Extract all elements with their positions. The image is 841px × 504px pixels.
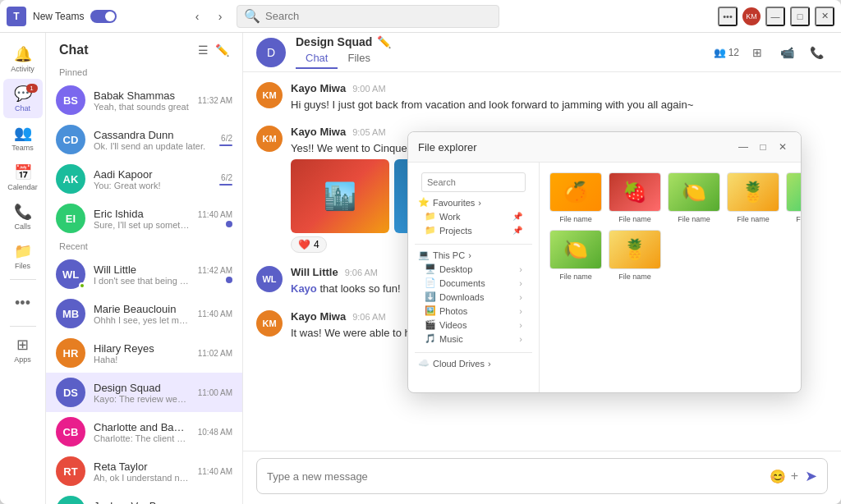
app-window: T New Teams ‹ › 🔍 ••• KM — □ ✕ 🔔 bbox=[0, 0, 841, 504]
fe-folder-downloads[interactable]: ⬇️ Downloads › bbox=[415, 290, 532, 304]
close-button[interactable]: ✕ bbox=[815, 7, 834, 26]
minimize-button[interactable]: — bbox=[765, 7, 785, 26]
chat-item-design-squad[interactable]: DS Design Squad Kayo: The review went re… bbox=[46, 373, 242, 412]
new-chat-button[interactable]: ✏️ bbox=[215, 44, 229, 57]
maximize-button[interactable]: □ bbox=[790, 7, 810, 26]
fe-folder-projects[interactable]: 📁 Projects 📌 bbox=[415, 223, 532, 237]
documents-icon: 📄 bbox=[425, 277, 436, 288]
chevron-downloads: › bbox=[519, 292, 522, 302]
sidebar-item-teams[interactable]: 👥 Teams bbox=[3, 118, 43, 158]
photos-icon: 🖼️ bbox=[425, 305, 436, 316]
main-content: 🔔 Activity 💬 1 Chat 👥 Teams 📅 Calendar 📞… bbox=[0, 33, 841, 504]
chat-item-will[interactable]: WL Will Little I don't see that being an… bbox=[46, 254, 242, 294]
tab-chat[interactable]: Chat bbox=[296, 48, 338, 69]
sidebar-item-apps[interactable]: ⊞ Apps bbox=[3, 330, 43, 369]
chat-item-cassandra[interactable]: CD Cassandra Dunn Ok. I'll send an updat… bbox=[46, 120, 242, 159]
fe-thispc-header[interactable]: 💻 This PC › bbox=[415, 248, 532, 262]
more-options-button[interactable]: ••• bbox=[718, 7, 738, 26]
chat-item-joshua[interactable]: JV Joshua VanBuren Thanks for reviewing!… bbox=[46, 491, 242, 504]
chat-item-hilary[interactable]: HR Hilary Reyes Haha! 11:02 AM bbox=[46, 333, 242, 373]
emoji-button[interactable]: 😊 bbox=[770, 469, 786, 484]
chat-item-reta[interactable]: RT Reta Taylor Ah, ok I understand now. … bbox=[46, 451, 242, 491]
sidebar-item-activity[interactable]: 🔔 Activity bbox=[3, 39, 43, 79]
app-title: New Teams bbox=[33, 11, 84, 22]
chat-item-eric[interactable]: EI Eric Ishida Sure, I'll set up somethi… bbox=[46, 199, 242, 238]
chat-info-will: Will Little I don't see that being an is… bbox=[94, 263, 190, 286]
fe-folder-videos[interactable]: 🎬 Videos › bbox=[415, 318, 532, 332]
sidebar-item-calls[interactable]: 📞 Calls bbox=[3, 197, 43, 236]
chat-info-charlotte: Charlotte and Babak Charlotte: The clien… bbox=[94, 421, 190, 443]
calls-icon: 📞 bbox=[14, 203, 32, 221]
mention-kayo: Kayo bbox=[291, 282, 317, 295]
chevron-icon: › bbox=[478, 198, 481, 208]
fe-folder-photos[interactable]: 🖼️ Photos › bbox=[415, 304, 532, 318]
search-input[interactable] bbox=[265, 10, 492, 22]
sidebar-item-files[interactable]: 📁 Files bbox=[3, 236, 43, 276]
sidebar-item-more[interactable]: ••• bbox=[3, 283, 43, 323]
fe-file-3[interactable]: 🍋 File name bbox=[668, 172, 720, 223]
back-button[interactable]: ‹ bbox=[187, 7, 207, 26]
avatar-babak: BS bbox=[56, 85, 85, 115]
nav-separator bbox=[10, 279, 36, 280]
avatar-kayo-4: KM bbox=[256, 310, 283, 337]
group-name: Design Squad bbox=[296, 35, 372, 48]
call-button[interactable]: 📞 bbox=[805, 41, 828, 64]
video-button[interactable]: 📹 bbox=[775, 41, 798, 64]
folder-icon-projects: 📁 bbox=[425, 225, 436, 236]
fe-favourites-header[interactable]: ⭐ Favourites › bbox=[415, 195, 532, 209]
new-teams-toggle[interactable] bbox=[90, 10, 117, 23]
pinned-label: Pinned bbox=[46, 64, 242, 80]
message-input[interactable] bbox=[267, 470, 763, 483]
msg-author-1: Kayo Miwa bbox=[291, 82, 346, 94]
edit-icon[interactable]: ✏️ bbox=[377, 35, 391, 48]
fe-file-8[interactable]: 🍍 File name bbox=[609, 230, 661, 281]
send-button[interactable]: ➤ bbox=[805, 467, 817, 485]
fe-folder-music[interactable]: 🎵 Music › bbox=[415, 332, 532, 346]
chat-item-charlotte[interactable]: CB Charlotte and Babak Charlotte: The cl… bbox=[46, 412, 242, 451]
chat-info-aadi: Aadi Kapoor You: Great work! bbox=[94, 168, 211, 190]
forward-button[interactable]: › bbox=[210, 7, 230, 26]
fe-file-7[interactable]: 🍋 File name bbox=[549, 230, 602, 281]
msg-reaction[interactable]: ❤️ 4 bbox=[291, 236, 327, 253]
fe-thispc-label: This PC bbox=[433, 250, 465, 260]
fe-file-4[interactable]: 🍍 File name bbox=[727, 172, 779, 223]
gallery-button[interactable]: ⊞ bbox=[746, 41, 769, 64]
chat-info-hilary: Hilary Reyes Haha! bbox=[94, 342, 190, 364]
msg-text-1: Hi guys! I just got back from vacation a… bbox=[291, 98, 828, 112]
chat-header-actions: 👥 12 ⊞ 📹 📞 bbox=[714, 41, 828, 64]
chat-item-babak[interactable]: BS Babak Shammas Yeah, that sounds great… bbox=[46, 80, 242, 120]
fe-title-bar: File explorer — □ ✕ bbox=[408, 132, 801, 163]
fe-folder-work[interactable]: 📁 Work 📌 bbox=[415, 209, 532, 223]
fe-file-grid-row2: 🍋 File name 🍍 File name bbox=[549, 230, 791, 281]
recent-label: Recent bbox=[46, 238, 242, 254]
fe-folder-documents[interactable]: 📄 Documents › bbox=[415, 276, 532, 290]
fe-cloud-header[interactable]: ☁️ Cloud Drives › bbox=[415, 356, 532, 370]
fe-close-button[interactable]: ✕ bbox=[774, 139, 791, 155]
fe-file-2[interactable]: 🍓 File name bbox=[609, 172, 661, 223]
fe-folder-desktop[interactable]: 🖥️ Desktop › bbox=[415, 262, 532, 276]
fe-file-5[interactable]: 🍏 File name bbox=[786, 172, 801, 223]
chat-item-aadi[interactable]: AK Aadi Kapoor You: Great work! 6/2 bbox=[46, 159, 242, 199]
filter-button[interactable]: ☰ bbox=[198, 44, 209, 57]
search-bar[interactable]: 🔍 bbox=[237, 5, 499, 28]
fe-file-thumb-1: 🍊 bbox=[549, 172, 602, 212]
fe-file-thumb-8: 🍍 bbox=[609, 230, 661, 269]
sidebar-item-chat[interactable]: 💬 1 Chat bbox=[3, 79, 43, 118]
msg-content-1: Kayo Miwa 9:00 AM Hi guys! I just got ba… bbox=[291, 82, 828, 112]
fe-divider-2 bbox=[415, 352, 532, 353]
chat-item-marie[interactable]: MB Marie Beauclouin Ohhh I see, yes let … bbox=[46, 294, 242, 333]
nav-separator-2 bbox=[10, 326, 36, 327]
sidebar-item-calendar[interactable]: 📅 Calendar bbox=[3, 158, 43, 197]
avatar-eric: EI bbox=[56, 204, 85, 233]
fe-search-input[interactable] bbox=[421, 172, 526, 192]
avatar-joshua: JV bbox=[56, 496, 85, 504]
activity-icon: 🔔 bbox=[14, 45, 32, 63]
user-avatar[interactable]: KM bbox=[742, 7, 761, 25]
apps-icon: ⊞ bbox=[16, 336, 29, 354]
tab-files[interactable]: Files bbox=[338, 48, 379, 69]
fe-minimize-button[interactable]: — bbox=[735, 139, 751, 155]
attach-button[interactable]: + bbox=[791, 469, 798, 483]
fe-file-1[interactable]: 🍊 File name bbox=[549, 172, 602, 223]
chat-header-info: Design Squad ✏️ Chat Files bbox=[296, 35, 704, 69]
fe-maximize-button[interactable]: □ bbox=[755, 139, 771, 155]
